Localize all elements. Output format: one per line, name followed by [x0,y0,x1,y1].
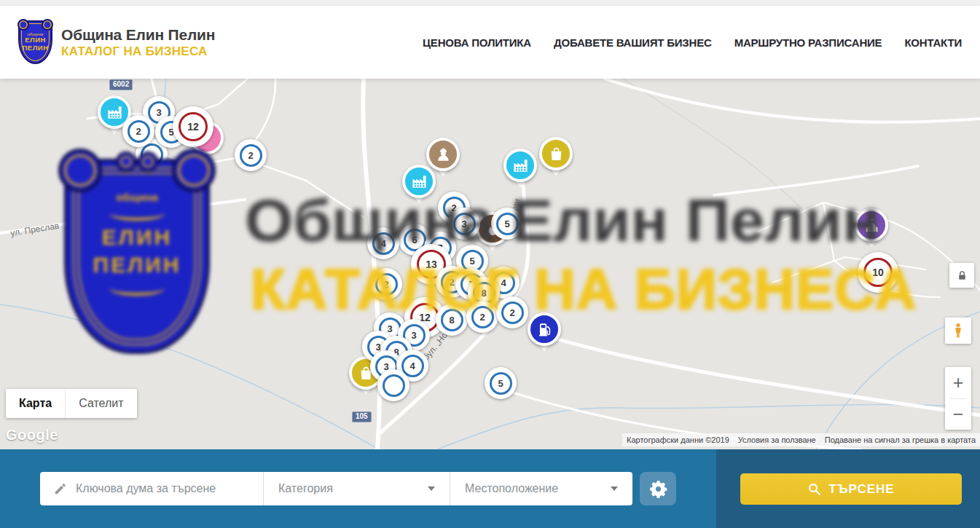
site-logo[interactable]: община ЕЛИН ПЕЛИН Община Елин Пелин КАТА… [18,20,215,64]
municipality-crest-icon: община ЕЛИН ПЕЛИН [18,20,52,64]
pegman-icon [949,322,967,339]
terms-link[interactable]: Условия за ползване [734,436,820,444]
map-canvas[interactable]: ул. Преслав бул. „Новосел ции 6002 105 3… [0,79,980,449]
map-type-control: Карта Сателит [6,389,137,418]
watermark-crest-line2: ПЕЛИН [93,251,181,279]
search-icon [807,482,821,496]
cluster-count: 12 [179,112,208,141]
location-select[interactable]: Местоположение [450,472,632,505]
cluster-count: 5 [490,372,512,395]
report-error-link[interactable]: Подаване на сигнал за грешка в картата [820,436,980,444]
map-data-notice: Картографски данни ©2019 [622,436,734,444]
search-panel: Категория Местоположение ТЪРСЕНЕ [0,449,980,528]
category-select[interactable]: Категория [263,472,450,505]
search-bar: Категория Местоположение [40,472,632,505]
lock-icon [956,269,968,282]
map-attribution: Картографски данни ©2019 Условия за полз… [622,433,980,446]
pencil-icon [53,481,68,496]
pegman-streetview-button[interactable] [945,318,971,344]
cluster-count [383,374,405,397]
factory-icon [503,149,537,182]
keyword-field-wrap [40,472,263,505]
cluster-count: 2 [128,120,150,143]
map-type-map-button[interactable]: Карта [6,389,65,418]
site-title: Община Елин Пелин [61,26,215,44]
lock-control-button[interactable] [949,263,974,288]
cluster-marker[interactable]: 12 [173,106,213,147]
crest-ornament-top [109,206,165,221]
map-type-satellite-button[interactable]: Сателит [65,389,136,418]
cluster-marker[interactable]: 5 [485,367,517,399]
cluster-marker[interactable]: 2 [122,115,154,147]
advanced-settings-button[interactable] [640,472,676,505]
main-nav: ЦЕНОВА ПОЛИТИКА ДОБАВЕТЕ ВАШИЯТ БИЗНЕС М… [423,36,962,49]
location-select-value: Местоположение [465,482,558,495]
chevron-down-icon [428,486,435,491]
crest-crown-ornament [116,151,158,172]
nav-contacts[interactable]: КОНТАКТИ [904,36,962,49]
cluster-marker[interactable] [377,369,409,401]
zoom-in-button[interactable]: + [945,367,971,398]
bag-icon [539,137,573,170]
watermark-crest-small-text: община [116,191,158,203]
gear-icon [648,479,668,499]
site-subtitle: КАТАЛОГ НА БИЗНЕСА [61,44,215,59]
search-keyword-input[interactable] [76,482,254,495]
crest-ornament-bottom [109,281,165,296]
zoom-control: + − [945,367,971,430]
nav-route-schedule[interactable]: МАРШРУТНО РАЗПИСАНИЕ [734,36,882,49]
factory-pin-marker[interactable] [503,149,537,182]
google-logo[interactable]: Google [6,427,58,444]
watermark-crest-line1: ЕЛИН [102,224,172,251]
page: община ЕЛИН ПЕЛИН Община Елин Пелин КАТА… [0,0,980,528]
search-button[interactable]: ТЪРСЕНЕ [740,473,962,505]
cluster-count: 2 [240,144,262,167]
header: община ЕЛИН ПЕЛИН Община Елин Пелин КАТА… [0,6,980,79]
crest-text-line2: ПЕЛИН [22,44,48,52]
bag-pin-marker[interactable] [539,137,573,170]
watermark-title: Община Елин Пелин [245,186,880,255]
zoom-out-button[interactable]: − [945,399,971,430]
nav-pricing-policy[interactable]: ЦЕНОВА ПОЛИТИКА [423,36,531,49]
cluster-marker[interactable]: 2 [235,139,267,171]
watermark-subtitle: КАТАЛОГ НА БИЗНЕСА [251,256,917,323]
brand-text: Община Елин Пелин КАТАЛОГ НА БИЗНЕСА [61,26,215,59]
search-button-label: ТЪРСЕНЕ [828,482,894,497]
watermark-crest: община ЕЛИН ПЕЛИН [64,159,210,354]
category-select-value: Категория [278,482,333,495]
chevron-down-icon [611,486,618,491]
nav-add-your-business[interactable]: ДОБАВЕТЕ ВАШИЯТ БИЗНЕС [554,36,712,49]
